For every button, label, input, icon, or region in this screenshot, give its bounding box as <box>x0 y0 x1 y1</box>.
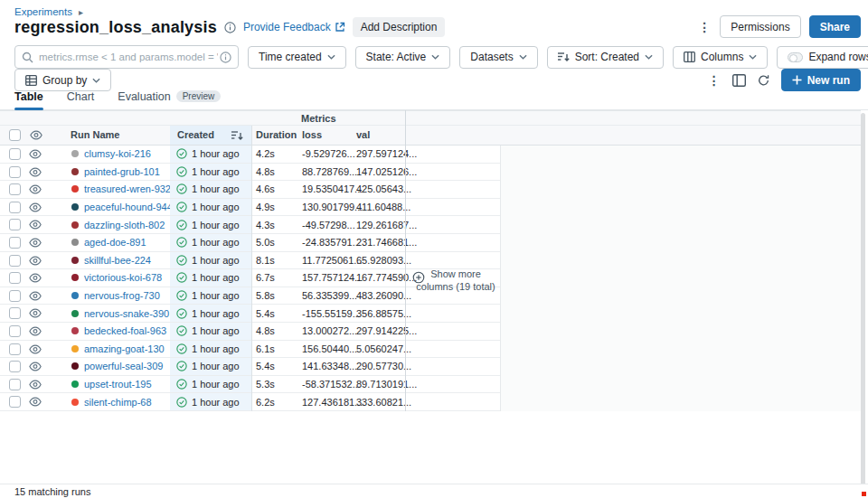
run-color-dot <box>71 150 79 157</box>
run-metric-val: 65.928093... <box>356 252 411 269</box>
row-checkbox[interactable] <box>9 272 21 284</box>
run-name-link[interactable]: nervous-frog-730 <box>84 290 160 301</box>
run-duration: 5.4s <box>256 358 275 375</box>
select-all-checkbox[interactable] <box>9 129 21 141</box>
run-name-link[interactable]: bedecked-foal-963 <box>84 325 166 336</box>
row-checkbox[interactable] <box>9 379 21 390</box>
tab-table[interactable]: Table <box>14 87 43 109</box>
breadcrumb-experiments-link[interactable]: Experiments <box>14 6 72 17</box>
row-checkbox[interactable] <box>9 237 21 249</box>
run-color-dot <box>71 168 79 175</box>
row-visibility-eye-icon[interactable] <box>29 307 42 319</box>
run-name-link[interactable]: peaceful-hound-944 <box>84 202 173 212</box>
row-visibility-eye-icon[interactable] <box>29 272 42 284</box>
row-checkbox[interactable] <box>9 148 21 160</box>
table-row: dazzling-sloth-802 1 hour ago 4.3s -49.5… <box>0 216 500 234</box>
expand-rows-toggle[interactable] <box>788 52 803 62</box>
row-visibility-eye-icon[interactable] <box>29 202 42 213</box>
row-checkbox[interactable] <box>9 396 21 408</box>
run-metric-val: 483.26090... <box>356 287 411 305</box>
row-visibility-eye-icon[interactable] <box>29 379 42 390</box>
row-visibility-eye-icon[interactable] <box>29 396 42 408</box>
run-color-dot <box>71 362 79 370</box>
run-name-link[interactable]: amazing-goat-130 <box>84 343 165 354</box>
search-icon <box>22 52 33 63</box>
permissions-button[interactable]: Permissions <box>720 15 800 38</box>
row-checkbox[interactable] <box>9 202 21 213</box>
row-checkbox[interactable] <box>9 307 21 319</box>
row-checkbox[interactable] <box>9 219 21 230</box>
row-visibility-eye-icon[interactable] <box>29 237 42 249</box>
run-success-status-icon <box>176 397 187 408</box>
row-checkbox[interactable] <box>9 183 21 195</box>
view-tabs: Table Chart Evaluation Preview <box>0 87 868 110</box>
column-header-run-name[interactable]: Run Name <box>71 129 119 140</box>
run-metric-val: 425.05643... <box>356 181 411 198</box>
sort-button[interactable]: Sort: Created <box>547 46 664 69</box>
run-name-link[interactable]: treasured-wren-932 <box>84 183 171 194</box>
sort-icon <box>558 52 570 62</box>
row-checkbox[interactable] <box>9 255 21 267</box>
overflow-menu-icon[interactable]: ⋮ <box>697 16 712 38</box>
row-visibility-eye-icon[interactable] <box>29 183 42 195</box>
columns-button[interactable]: Columns <box>673 46 768 69</box>
run-name-link[interactable]: nervous-snake-390 <box>84 308 169 319</box>
run-metric-val: 147.025126... <box>356 164 417 181</box>
search-input[interactable] <box>39 52 218 62</box>
run-success-status-icon <box>176 361 187 371</box>
row-checkbox[interactable] <box>9 290 21 302</box>
expand-rows-button[interactable]: Expand rows <box>777 46 868 69</box>
column-header-val[interactable]: val <box>356 129 370 140</box>
datasets-filter-button[interactable]: Datasets <box>459 46 537 69</box>
row-visibility-eye-icon[interactable] <box>29 325 42 337</box>
column-header-duration[interactable]: Duration <box>256 129 297 140</box>
run-name-link[interactable]: victorious-koi-678 <box>84 272 162 283</box>
provide-feedback-link[interactable]: Provide Feedback <box>243 21 345 33</box>
row-visibility-eye-icon[interactable] <box>29 343 42 355</box>
run-name-link[interactable]: skillful-bee-224 <box>84 255 151 266</box>
vertical-scrollbar[interactable] <box>861 113 865 488</box>
run-success-status-icon <box>176 308 187 319</box>
row-visibility-eye-icon[interactable] <box>29 219 42 230</box>
row-visibility-eye-icon[interactable] <box>29 361 42 372</box>
run-created-time: 1 hour ago <box>192 325 240 336</box>
row-checkbox[interactable] <box>9 166 21 178</box>
run-duration: 4.8s <box>256 164 275 181</box>
run-name-link[interactable]: dazzling-sloth-802 <box>84 220 165 230</box>
row-checkbox[interactable] <box>9 343 21 355</box>
search-info-icon[interactable] <box>220 52 231 63</box>
row-visibility-eye-icon[interactable] <box>29 148 42 160</box>
run-metric-val: 356.88575... <box>356 305 411 322</box>
time-created-filter-button[interactable]: Time created <box>248 46 346 69</box>
visibility-header-eye-icon[interactable] <box>30 129 42 141</box>
tab-chart[interactable]: Chart <box>67 87 95 109</box>
row-visibility-eye-icon[interactable] <box>29 255 42 267</box>
tab-evaluation[interactable]: Evaluation Preview <box>118 87 221 109</box>
column-header-loss[interactable]: loss <box>302 129 322 140</box>
share-button[interactable]: Share <box>809 15 861 38</box>
column-header-created[interactable]: Created <box>177 129 214 140</box>
table-row: treasured-wren-932 1 hour ago 4.6s 19.53… <box>0 181 500 199</box>
row-visibility-eye-icon[interactable] <box>29 290 42 302</box>
table-row: amazing-goat-130 1 hour ago 6.1s 156.504… <box>0 341 500 359</box>
run-name-link[interactable]: painted-grub-101 <box>84 166 160 177</box>
run-name-link[interactable]: upset-trout-195 <box>84 379 152 390</box>
run-name-link[interactable]: silent-chimp-68 <box>84 397 152 408</box>
sort-descending-icon[interactable] <box>231 130 243 141</box>
refresh-icon[interactable] <box>757 74 770 87</box>
run-name-link[interactable]: clumsy-koi-216 <box>84 148 151 159</box>
table-column-header: Run Name Created Duration loss val <box>0 126 861 146</box>
side-panel-icon[interactable] <box>732 74 746 87</box>
info-icon[interactable] <box>224 22 236 33</box>
run-success-status-icon <box>176 166 187 177</box>
show-more-columns-button[interactable]: Show more columns (19 total) <box>409 268 503 293</box>
row-checkbox[interactable] <box>9 325 21 337</box>
run-duration: 4.3s <box>256 216 275 233</box>
run-name-link[interactable]: aged-doe-891 <box>84 237 146 248</box>
row-checkbox[interactable] <box>9 361 21 372</box>
run-name-link[interactable]: powerful-seal-309 <box>84 361 163 371</box>
breadcrumb-chevron-icon: ▸ <box>79 7 83 17</box>
row-visibility-eye-icon[interactable] <box>29 166 42 178</box>
state-filter-button[interactable]: State: Active <box>355 46 451 69</box>
add-description-button[interactable]: Add Description <box>353 17 446 37</box>
